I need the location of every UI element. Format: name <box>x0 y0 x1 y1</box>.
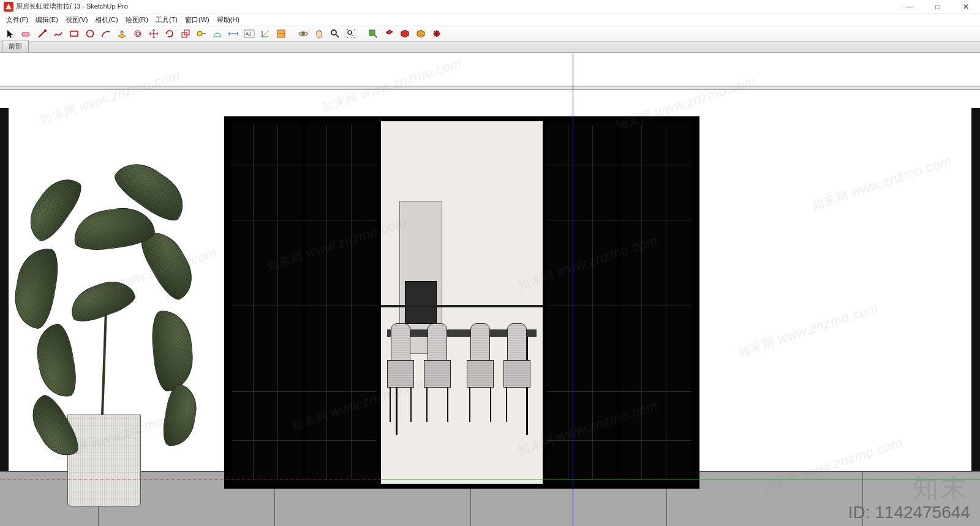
model-right-reveal <box>971 108 980 471</box>
id-label: ID: 1142475644 <box>848 503 970 522</box>
rotate-tool[interactable] <box>162 27 177 40</box>
toolbar: A1 <box>0 26 980 42</box>
circle-tool[interactable] <box>83 27 97 40</box>
title-bar: 厨房长虹玻璃推拉门3 - SketchUp Pro — □ ✕ <box>0 0 980 13</box>
svg-rect-14 <box>369 30 375 36</box>
rectangle-tool[interactable] <box>67 27 81 40</box>
viewport[interactable]: 知末网www.znzmo.com 知末网www.znzmo.com 知末网www… <box>0 53 980 526</box>
app-icon <box>4 2 13 12</box>
door-panel-left <box>228 121 381 484</box>
offset-tool[interactable] <box>130 27 145 40</box>
menu-tools[interactable]: 工具(T) <box>152 14 181 26</box>
plant-pot <box>67 415 141 506</box>
axis-blue <box>573 53 573 526</box>
close-button[interactable]: ✕ <box>952 0 980 13</box>
menu-edit[interactable]: 编辑(E) <box>32 14 62 26</box>
menu-camera[interactable]: 相机(C) <box>91 14 121 26</box>
pan-tool[interactable] <box>312 27 326 40</box>
window-controls: — □ ✕ <box>895 0 980 13</box>
arc-tool[interactable] <box>99 27 113 40</box>
scene-tabs: 前部 <box>0 42 980 53</box>
freehand-tool[interactable] <box>51 27 66 40</box>
explode-tool[interactable] <box>429 27 444 40</box>
menu-help[interactable]: 帮助(H) <box>213 14 243 26</box>
menu-file[interactable]: 文件(F) <box>2 14 32 26</box>
eraser-tool[interactable] <box>19 27 34 40</box>
protractor-tool[interactable] <box>210 27 225 40</box>
texture-tool[interactable] <box>413 27 428 40</box>
window-title: 厨房长虹玻璃推拉门3 - SketchUp Pro <box>16 2 128 11</box>
brand-watermark: 知末 <box>913 471 969 505</box>
door-panel-right <box>543 121 696 484</box>
svg-text:A1: A1 <box>246 31 252 37</box>
section-tool[interactable] <box>274 27 288 40</box>
sliding-door <box>224 116 699 489</box>
model-plant <box>12 163 196 506</box>
maximize-button[interactable]: □ <box>924 0 952 13</box>
orbit-tool[interactable] <box>296 27 311 40</box>
svg-point-1 <box>44 29 47 32</box>
svg-point-12 <box>331 30 336 35</box>
material-tool[interactable] <box>398 27 412 40</box>
axes-tool[interactable] <box>258 27 273 40</box>
svg-rect-2 <box>70 31 78 36</box>
paint-tool[interactable] <box>366 27 380 40</box>
svg-point-6 <box>197 31 202 36</box>
move-tool[interactable] <box>146 27 161 40</box>
tape-tool[interactable] <box>194 27 209 40</box>
svg-point-13 <box>348 31 352 34</box>
axis-green <box>380 479 980 479</box>
zoom-tool[interactable] <box>328 27 342 40</box>
menu-draw[interactable]: 绘图(R) <box>122 14 152 26</box>
svg-point-10 <box>301 32 305 36</box>
minimize-button[interactable]: — <box>895 0 924 13</box>
svg-rect-0 <box>22 32 29 36</box>
axis-red <box>0 479 380 479</box>
text-tool[interactable]: A1 <box>242 27 257 40</box>
svg-point-3 <box>87 31 94 37</box>
model-left-reveal <box>0 108 9 471</box>
menu-view[interactable]: 视图(V) <box>62 14 92 26</box>
zoom-extents-tool[interactable] <box>344 27 358 40</box>
model-ceiling <box>0 53 980 86</box>
sample-tool[interactable] <box>382 27 396 40</box>
dimension-tool[interactable] <box>226 27 241 40</box>
menu-bar: 文件(F) 编辑(E) 视图(V) 相机(C) 绘图(R) 工具(T) 窗口(W… <box>0 13 980 26</box>
menu-window[interactable]: 窗口(W) <box>181 14 213 26</box>
scene-tab-front[interactable]: 前部 <box>2 40 29 52</box>
select-tool[interactable] <box>3 27 18 40</box>
scale-tool[interactable] <box>178 27 193 40</box>
line-tool[interactable] <box>35 27 50 40</box>
model-ceiling-edge <box>0 86 980 89</box>
pushpull-tool[interactable] <box>115 27 129 40</box>
